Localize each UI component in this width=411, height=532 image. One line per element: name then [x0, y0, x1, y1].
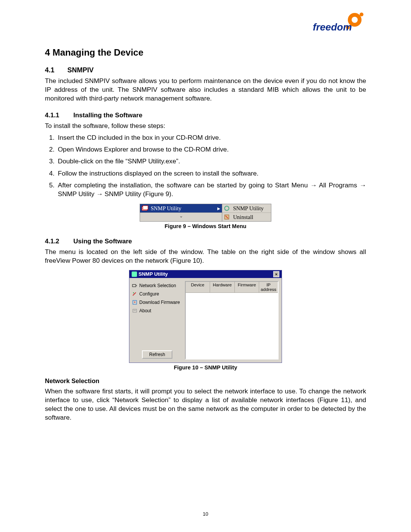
start-menu-item[interactable]: Uninstall [222, 213, 271, 221]
start-menu-expand-row[interactable]: ⌄ [140, 213, 222, 219]
start-menu-item[interactable]: SNMP Utility [222, 204, 271, 213]
table-header[interactable]: Firmware [235, 282, 259, 292]
svg-text:freedom: freedom [313, 21, 352, 33]
sidebar-item-label: About [139, 308, 151, 313]
device-table[interactable]: Device Hardware Firmware IP address [185, 281, 279, 359]
inline-heading: Network Selection [45, 377, 366, 385]
window-client-area: Network Selection Configure Download Fir… [129, 278, 282, 363]
network-icon [132, 283, 138, 288]
app-icon [132, 272, 137, 277]
start-menu-right-column: SNMP Utility Uninstall [222, 204, 271, 222]
paragraph: The included SNMPIV software allows you … [45, 77, 366, 103]
table-header[interactable]: Hardware [210, 282, 235, 292]
list-item: After completing the installation, the s… [56, 181, 366, 198]
sidebar-item-label: Network Selection [139, 283, 176, 288]
page: freedom 4 Managing the Device 4.1 SNMPIV… [0, 0, 411, 532]
svg-rect-13 [133, 309, 137, 312]
section-heading: 4 Managing the Device [45, 47, 366, 58]
list-item: Open Windows Explorer and browse to the … [56, 145, 366, 154]
paragraph: To install the software, follow these st… [45, 121, 366, 130]
figure-10-snmp-utility-window: SNMP Utility × Network Selection Configu… [129, 270, 282, 363]
subsubsection-number: 4.1.2 [45, 238, 72, 245]
figure-9-start-menu: SNMP Utility ▶ ⌄ SNMP Utility Uninstall [140, 204, 271, 222]
paragraph: The menu is located on the left side of … [45, 248, 366, 265]
svg-rect-10 [132, 284, 136, 287]
sidebar-item-label: Configure [139, 291, 159, 297]
sidebar-item-label: Download Firmware [139, 300, 180, 305]
refresh-button[interactable]: Refresh [142, 350, 172, 359]
uninstall-icon [224, 214, 231, 220]
download-icon [132, 300, 138, 305]
svg-rect-6 [143, 206, 148, 209]
sidebar-item-download-firmware[interactable]: Download Firmware [132, 299, 183, 306]
figure-9-caption: Figure 9 – Windows Start Menu [45, 223, 366, 229]
svg-point-7 [225, 206, 229, 211]
app-icon [224, 205, 231, 211]
subsection-number: 4.1 [45, 66, 65, 74]
configure-icon [132, 291, 138, 297]
sidebar: Network Selection Configure Download Fir… [129, 278, 185, 363]
list-item: Double-click on the file “SNMP Utility.e… [56, 157, 366, 166]
subsubsection-title: Using the Software [73, 238, 132, 245]
freedom9-logo: freedom [313, 11, 366, 38]
menu-item-label: SNMP Utility [233, 205, 263, 212]
svg-point-2 [360, 13, 363, 16]
subsubsection-4-1-1: 4.1.1 Installing the Software [45, 112, 366, 119]
subsection-title: SNMPIV [67, 66, 94, 74]
subsection-4-1: 4.1 SNMPIV [45, 66, 366, 74]
table-header[interactable]: IP address [259, 282, 278, 292]
menu-item-label: Uninstall [233, 214, 253, 220]
sidebar-item-network-selection[interactable]: Network Selection [132, 282, 183, 289]
close-icon[interactable]: × [273, 271, 279, 277]
list-item: Insert the CD included in the box in you… [56, 133, 366, 142]
subsubsection-title: Installing the Software [73, 112, 142, 119]
program-group-icon [142, 205, 148, 211]
install-steps-list: Insert the CD included in the box in you… [45, 133, 366, 198]
paragraph: When the software first starts, it will … [45, 387, 366, 422]
table-header[interactable]: Device [186, 282, 210, 292]
submenu-arrow-icon: ▶ [217, 206, 220, 211]
svg-point-1 [352, 17, 358, 23]
table-header-row: Device Hardware Firmware IP address [186, 282, 278, 293]
list-item: Follow the instructions displayed on the… [56, 169, 366, 178]
window-title: SNMP Utility [139, 271, 168, 277]
page-number: 10 [0, 511, 411, 517]
subsubsection-number: 4.1.1 [45, 112, 72, 119]
window-titlebar[interactable]: SNMP Utility × [129, 270, 282, 278]
sidebar-item-configure[interactable]: Configure [132, 290, 183, 298]
about-icon [132, 308, 138, 313]
start-menu-left-column: SNMP Utility ▶ ⌄ [140, 204, 222, 222]
chevron-down-icon: ⌄ [142, 213, 220, 219]
start-menu-item-selected[interactable]: SNMP Utility ▶ [140, 204, 222, 213]
subsubsection-4-1-2: 4.1.2 Using the Software [45, 238, 366, 245]
sidebar-item-about[interactable]: About [132, 307, 183, 315]
menu-item-label: SNMP Utility [151, 205, 216, 212]
figure-10-caption: Figure 10 – SNMP Utility [45, 364, 366, 371]
